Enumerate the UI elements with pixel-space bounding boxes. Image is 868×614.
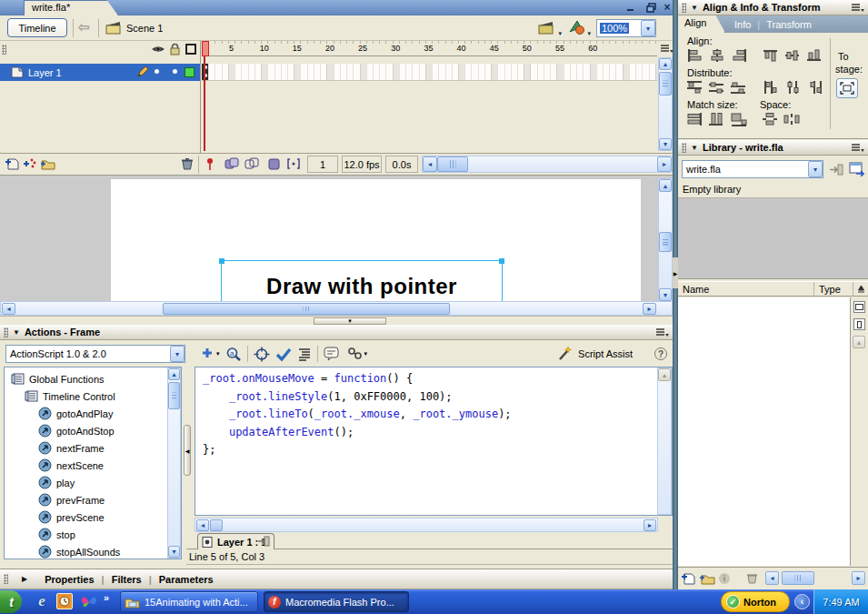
library-panel-menu-icon[interactable] [851,143,864,153]
zoom-dropdown-arrow[interactable]: ▾ [641,20,655,36]
tree-item-stopallsounds[interactable]: stopAllSounds [7,543,181,559]
auto-format-button[interactable] [297,347,312,361]
match-width-and-height-button[interactable] [729,111,749,126]
edit-symbols-button[interactable]: ▾ [567,19,591,37]
library-item-list[interactable] [678,297,851,566]
selection-handle[interactable] [219,258,224,264]
match-width-button[interactable] [685,111,705,126]
scroll-up-button[interactable]: ▴ [659,179,672,192]
pin-script-icon[interactable] [257,535,272,549]
scroll-right-button[interactable]: ▸ [643,303,656,315]
align-panel-menu-icon[interactable] [851,3,864,13]
stage-text[interactable]: Draw with pointer [222,274,502,299]
collapse-triangle-icon[interactable]: ▼ [691,4,698,12]
frame-rate-box[interactable]: 12.0 fps [342,156,382,173]
align-left-edge-button[interactable] [685,47,705,63]
frame-ruler[interactable]: 151015202530354045505560 [202,41,657,56]
timeline-panel-menu-icon[interactable] [660,44,673,54]
panel-gripper[interactable] [4,327,8,337]
back-arrow-icon[interactable]: ⇦ [78,19,90,35]
align-top-edge-button[interactable] [762,47,782,63]
script-vertical-scrollbar[interactable]: ▴ [657,367,672,515]
tree-item-nextscene[interactable]: nextScene [7,457,181,474]
tree-item-global-functions[interactable]: Global Functions [7,370,181,388]
script-horizontal-scrollbar[interactable]: ◂ ▸ [195,518,658,532]
scene-name[interactable]: Scene 1 [126,23,163,34]
code-line[interactable]: _root.onMouseMove = function() { [203,370,672,388]
tab-transform[interactable]: Transform [766,19,812,30]
scroll-left-button[interactable]: ◂ [2,303,15,315]
tab-info[interactable]: Info [734,19,751,30]
stage-horizontal-scrollbar[interactable]: ◂ ▸ [0,301,673,316]
scroll-thumb[interactable] [659,232,672,252]
layer-lock-dot[interactable] [173,69,177,74]
scroll-thumb[interactable] [210,519,223,531]
scroll-thumb[interactable] [659,72,672,96]
language-dropdown-arrow[interactable]: ▾ [170,346,185,362]
layer-visible-dot[interactable] [155,69,159,74]
lock-layers-icon[interactable] [169,43,181,57]
new-symbol-button[interactable] [681,571,696,586]
check-syntax-button[interactable] [275,347,292,361]
distribute-vertical-center-button[interactable] [707,79,727,95]
minimize-button[interactable] [624,1,638,14]
show-hide-layers-icon[interactable] [151,44,165,56]
collapse-triangle-icon[interactable]: ▼ [691,144,698,152]
align-right-edge-button[interactable] [729,47,749,63]
item-properties-button[interactable]: i [719,573,730,584]
code-line[interactable]: _root.lineTo(_root._xmouse, _root._ymous… [203,406,672,424]
scroll-right-button[interactable]: ▸ [644,519,656,531]
quicklaunch-msn-icon[interactable] [80,593,98,610]
library-dropdown-arrow[interactable]: ▾ [808,161,823,177]
quicklaunch-overflow-chevron[interactable]: » [104,592,109,603]
current-frame-box[interactable]: 1 [307,156,338,173]
start-button-fragment[interactable]: t [0,590,22,613]
tree-item-stop[interactable]: stop [7,526,181,543]
modify-onion-markers-button[interactable] [285,156,302,173]
scroll-up-button[interactable]: ▴ [853,336,865,348]
scroll-left-button[interactable]: ◂ [196,519,209,531]
add-statement-button[interactable]: ▾ [200,347,220,361]
onion-skin-outlines-button[interactable] [244,156,260,173]
tree-item-play[interactable]: play [7,474,181,491]
align-vertical-center-button[interactable] [783,47,803,63]
sort-order-button[interactable] [853,282,868,297]
scroll-down-button[interactable]: ▾ [659,288,672,301]
tree-item-gotoandplay[interactable]: gotoAndPlay [7,405,181,422]
tree-item-nextframe[interactable]: nextFrame [7,439,181,457]
script-assist-button[interactable]: Script Assist [556,346,633,362]
code-line[interactable]: }; [203,441,672,459]
scroll-thumb[interactable] [163,303,450,315]
bottom-tab-properties[interactable]: Properties [45,574,94,585]
add-motion-guide-button[interactable] [22,156,38,173]
tree-item-prevscene[interactable]: prevScene [7,508,181,526]
scroll-right-button[interactable]: ▸ [852,571,865,585]
distribute-bottom-edge-button[interactable] [729,79,749,95]
actions-toolbox-tree[interactable]: Global FunctionsTimeline ControlgotoAndP… [4,367,182,559]
selection-handle[interactable] [499,258,504,264]
distribute-left-edge-button[interactable] [762,79,782,95]
pin-library-icon[interactable] [829,163,845,178]
column-name[interactable]: Name [678,284,709,295]
insert-layer-button[interactable] [4,156,20,173]
tree-item-prevframe[interactable]: prevFrame [7,491,181,508]
scroll-up-button[interactable]: ▴ [659,58,672,70]
expand-triangle-icon[interactable]: ▶ [22,575,27,583]
tray-collapse-chevron[interactable]: ‹ [794,594,810,609]
norton-tray-badge[interactable]: ✓ Norton [721,591,790,612]
panel-gripper[interactable] [682,3,686,13]
playhead-frame-marker[interactable] [202,41,209,56]
narrow-library-view-button[interactable] [853,318,865,330]
panel-gripper[interactable] [2,45,6,55]
selected-text-block[interactable]: Draw with pointer [221,260,503,301]
task-button-folder[interactable]: 15Animating with Acti... [120,591,258,612]
actions-panel-menu-icon[interactable] [655,327,669,337]
onion-skin-button[interactable] [224,156,240,173]
library-document-select[interactable]: write.fla ▾ [682,160,823,178]
insert-layer-folder-button[interactable] [40,156,56,173]
edit-scene-button[interactable]: ▾ [538,19,562,37]
panel-gripper[interactable] [4,574,8,584]
bottom-tab-filters[interactable]: Filters [112,574,142,585]
delete-item-button[interactable] [745,571,759,585]
scroll-up-button[interactable]: ▴ [658,368,671,381]
